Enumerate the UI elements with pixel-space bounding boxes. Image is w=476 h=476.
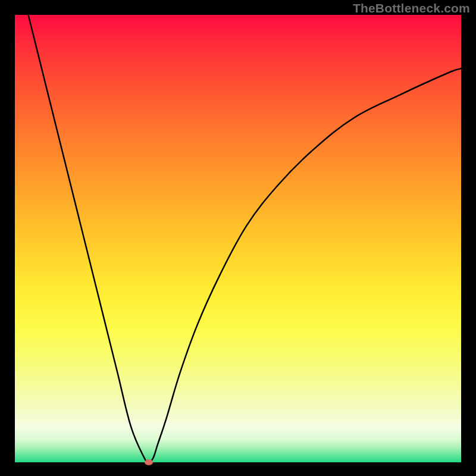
chart-frame: TheBottleneck.com	[0, 0, 476, 476]
minimum-marker	[145, 459, 153, 465]
plot-area	[15, 15, 461, 462]
curve-svg	[15, 15, 461, 462]
bottleneck-curve-path	[29, 15, 462, 462]
watermark-text: TheBottleneck.com	[353, 1, 470, 15]
